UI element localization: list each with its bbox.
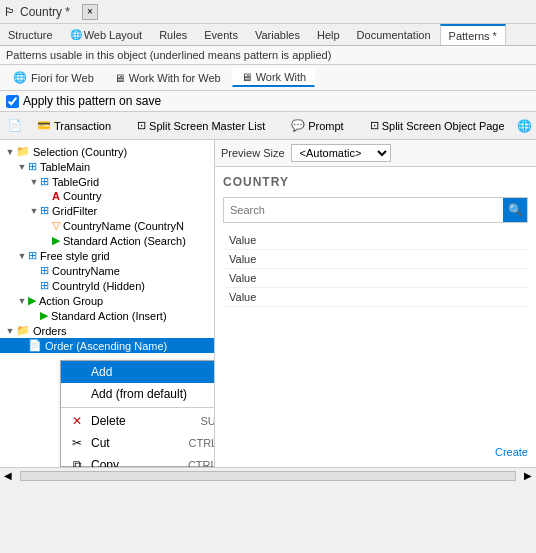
info-bar: Patterns usable in this object (underlin… xyxy=(0,46,536,65)
expand-orders[interactable]: ▼ xyxy=(4,326,16,336)
transaction-button[interactable]: 💳 Transaction xyxy=(30,116,118,135)
pattern-tab-work-with-web[interactable]: 🖥 Work With for Web xyxy=(105,69,230,87)
list-item-3: Value xyxy=(223,269,528,288)
tree-item-countryname2[interactable]: ⊞ CountryName xyxy=(0,263,214,278)
context-menu-add[interactable]: Add ▶ ⊞ Attribute xyxy=(61,361,215,383)
apply-pattern-row: Apply this pattern on save xyxy=(0,91,536,112)
expand-tablemain[interactable]: ▼ xyxy=(16,162,28,172)
tree-item-actiongroup[interactable]: ▼ ▶ Action Group xyxy=(0,293,214,308)
insert-icon: ▶ xyxy=(40,309,48,322)
tree-item-tablemain[interactable]: ▼ ⊞ TableMain xyxy=(0,159,214,174)
tree-item-countryid[interactable]: ⊞ CountryId (Hidden) xyxy=(0,278,214,293)
search-button[interactable]: 🔍 xyxy=(503,198,527,222)
tab-help[interactable]: Help xyxy=(309,24,349,45)
cut-icon: ✂ xyxy=(69,436,85,450)
transaction-icon: 💳 xyxy=(37,119,51,132)
split-object-icon: ⊡ xyxy=(370,119,379,132)
title-bar: 🏳 Country * × xyxy=(0,0,536,24)
preview-size-select[interactable]: <Automatic> xyxy=(291,144,391,162)
tab-patterns[interactable]: Patterns * xyxy=(440,24,506,45)
prompt-button[interactable]: 💬 Prompt xyxy=(284,116,350,135)
tree-item-standard-insert[interactable]: ▶ Standard Action (Insert) xyxy=(0,308,214,323)
search-input[interactable] xyxy=(224,200,503,220)
pattern-tab-work-with[interactable]: 🖥 Work With xyxy=(232,68,316,87)
create-label[interactable]: Create xyxy=(495,446,528,458)
apply-pattern-label: Apply this pattern on save xyxy=(23,94,161,108)
countryname-icon: ⊞ xyxy=(40,264,49,277)
orders-icon: 📁 xyxy=(16,324,30,337)
countryid-icon: ⊞ xyxy=(40,279,49,292)
expand-freestyle[interactable]: ▼ xyxy=(16,251,28,261)
apply-pattern-checkbox[interactable] xyxy=(6,95,19,108)
tree-inner: ▼ 📁 Selection (Country) ▼ ⊞ TableMain ▼ … xyxy=(0,140,214,357)
list-item-2: Value xyxy=(223,250,528,269)
tree-item-country[interactable]: A Country xyxy=(0,189,214,203)
horizontal-scrollbar[interactable] xyxy=(20,471,516,481)
tab-events[interactable]: Events xyxy=(196,24,247,45)
tree-panel: ▼ 📁 Selection (Country) ▼ ⊞ TableMain ▼ … xyxy=(0,140,215,467)
split-master-icon: ⊡ xyxy=(137,119,146,132)
preview-content: COUNTRY 🔍 Value Value Value Value xyxy=(215,167,536,315)
preview-toolbar: Preview Size <Automatic> xyxy=(215,140,536,167)
folder-icon: 📁 xyxy=(16,145,30,158)
list-item-4: Value xyxy=(223,288,528,307)
create-label-area: Create xyxy=(495,445,528,459)
tree-item-countryname[interactable]: ▽ CountryName (CountryN xyxy=(0,218,214,233)
expand-actiongroup[interactable]: ▼ xyxy=(16,296,28,306)
toolbar-gear-icon-btn[interactable]: 🌐 xyxy=(516,116,533,136)
text-icon: A xyxy=(52,190,60,202)
window-title: Country * xyxy=(20,5,70,19)
toolbar-page-icon: 📄 xyxy=(8,119,22,132)
tree-item-selection[interactable]: ▼ 📁 Selection (Country) xyxy=(0,144,214,159)
context-menu-delete[interactable]: ✕ Delete SUPR xyxy=(61,410,215,432)
freestyle-icon: ⊞ xyxy=(28,249,37,262)
context-menu-copy[interactable]: ⧉ Copy CTRL+C xyxy=(61,454,215,467)
scroll-left-btn[interactable]: ◀ xyxy=(0,470,16,481)
context-separator-1 xyxy=(61,407,215,408)
prompt-icon: 💬 xyxy=(291,119,305,132)
tab-structure[interactable]: Structure xyxy=(0,24,62,45)
work-with-icon: 🖥 xyxy=(241,71,252,83)
tab-documentation[interactable]: Documentation xyxy=(349,24,440,45)
grid-icon: ⊞ xyxy=(40,175,49,188)
expand-gridfilter[interactable]: ▼ xyxy=(28,206,40,216)
order-icon: 📄 xyxy=(28,339,42,352)
web-layout-icon: 🌐 xyxy=(70,29,82,40)
pattern-tab-fiori[interactable]: 🌐 Fiori for Web xyxy=(4,68,103,87)
toolbar-icon-btn[interactable]: 📄 xyxy=(4,116,26,135)
copy-icon: ⧉ xyxy=(69,458,85,467)
search-row: 🔍 xyxy=(223,197,528,223)
work-with-web-icon: 🖥 xyxy=(114,72,125,84)
tree-item-gridfilter[interactable]: ▼ ⊞ GridFilter xyxy=(0,203,214,218)
tab-rules[interactable]: Rules xyxy=(151,24,196,45)
tree-item-standard-search[interactable]: ▶ Standard Action (Search) xyxy=(0,233,214,248)
tree-item-freestyle[interactable]: ▼ ⊞ Free style grid xyxy=(0,248,214,263)
scroll-right-btn[interactable]: ▶ xyxy=(520,470,536,481)
delete-icon: ✕ xyxy=(69,414,85,428)
bottom-bar: ◀ ▶ xyxy=(0,467,536,483)
split-object-button[interactable]: ⊡ Split Screen Object Page xyxy=(363,116,512,135)
split-master-button[interactable]: ⊡ Split Screen Master List xyxy=(130,116,272,135)
main-toolbar: 📄 💳 Transaction ⊡ Split Screen Master Li… xyxy=(0,112,536,140)
fiori-icon: 🌐 xyxy=(13,71,27,84)
app-icon: 🏳 xyxy=(4,5,16,19)
preview-size-label: Preview Size xyxy=(221,147,285,159)
context-menu-add-default[interactable]: Add (from default) ▶ xyxy=(61,383,215,405)
expand-selection[interactable]: ▼ xyxy=(4,147,16,157)
table-icon: ⊞ xyxy=(28,160,37,173)
filter-icon: ▽ xyxy=(52,219,60,232)
tab-web-layout[interactable]: 🌐 Web Layout xyxy=(62,24,152,45)
pattern-tabs-bar: 🌐 Fiori for Web 🖥 Work With for Web 🖥 Wo… xyxy=(0,65,536,91)
tree-item-tablegrid[interactable]: ▼ ⊞ TableGrid xyxy=(0,174,214,189)
context-menu: Add ▶ ⊞ Attribute Add (from default) ▶ ✕… xyxy=(60,360,215,467)
nav-tabs: Structure 🌐 Web Layout Rules Events Vari… xyxy=(0,24,536,46)
tree-item-orders[interactable]: ▼ 📁 Orders xyxy=(0,323,214,338)
tree-item-order-asc[interactable]: 📄 Order (Ascending Name) xyxy=(0,338,214,353)
close-button[interactable]: × xyxy=(82,4,98,20)
preview-panel: Preview Size <Automatic> COUNTRY 🔍 Value… xyxy=(215,140,536,467)
tab-variables[interactable]: Variables xyxy=(247,24,309,45)
network-icon: 🌐 xyxy=(517,119,532,133)
context-menu-cut[interactable]: ✂ Cut CTRL+X xyxy=(61,432,215,454)
expand-tablegrid[interactable]: ▼ xyxy=(28,177,40,187)
main-content: ▼ 📁 Selection (Country) ▼ ⊞ TableMain ▼ … xyxy=(0,140,536,467)
